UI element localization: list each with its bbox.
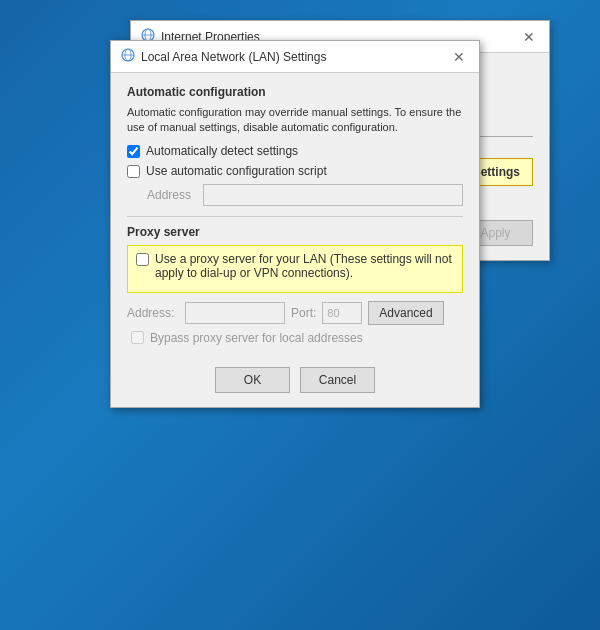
proxy-address-input[interactable] [185, 302, 285, 324]
bypass-label: Bypass proxy server for local addresses [150, 331, 363, 345]
auto-script-label: Use automatic configuration script [146, 164, 327, 178]
auto-address-input[interactable] [203, 184, 463, 206]
auto-script-checkbox[interactable] [127, 165, 140, 178]
proxy-highlight-box: Use a proxy server for your LAN (These s… [127, 245, 463, 293]
auto-address-label: Address [147, 188, 197, 202]
advanced-button[interactable]: Advanced [368, 301, 443, 325]
bypass-checkbox[interactable] [131, 331, 144, 344]
lan-cancel-button[interactable]: Cancel [300, 367, 375, 393]
auto-script-row: Use automatic configuration script [127, 164, 463, 178]
lan-dialog-buttons: OK Cancel [111, 357, 479, 407]
auto-config-desc: Automatic configuration may override man… [127, 105, 463, 136]
proxy-use-row: Use a proxy server for your LAN (These s… [136, 252, 454, 280]
lan-dialog-title: Local Area Network (LAN) Settings [141, 50, 326, 64]
auto-address-row: Address [147, 184, 463, 206]
desktop: Internet Properties ✕ Local Area Network… [0, 0, 600, 630]
lan-close-button[interactable]: ✕ [449, 47, 469, 67]
auto-detect-checkbox[interactable] [127, 145, 140, 158]
lan-titlebar: Local Area Network (LAN) Settings ✕ [111, 41, 479, 73]
lan-ok-button[interactable]: OK [215, 367, 290, 393]
section-divider [127, 216, 463, 217]
proxy-section-title: Proxy server [127, 225, 463, 239]
auto-config-title: Automatic configuration [127, 85, 463, 99]
lan-globe-icon [121, 48, 135, 65]
inet-close-button[interactable]: ✕ [519, 27, 539, 47]
proxy-port-label: Port: [291, 306, 316, 320]
proxy-use-label: Use a proxy server for your LAN (These s… [155, 252, 454, 280]
lan-title-left: Local Area Network (LAN) Settings [121, 48, 326, 65]
proxy-use-checkbox[interactable] [136, 253, 149, 266]
proxy-addr-label: Address: [127, 306, 179, 320]
proxy-address-row: Address: Port: Advanced [127, 301, 463, 325]
bypass-row: Bypass proxy server for local addresses [131, 331, 463, 345]
proxy-port-input[interactable] [322, 302, 362, 324]
lan-settings-dialog: Local Area Network (LAN) Settings ✕ Auto… [110, 40, 480, 408]
lan-dialog-body: Automatic configuration Automatic config… [111, 73, 479, 357]
auto-detect-row: Automatically detect settings [127, 144, 463, 158]
proxy-section: Proxy server Use a proxy server for your… [127, 225, 463, 345]
auto-detect-label: Automatically detect settings [146, 144, 298, 158]
